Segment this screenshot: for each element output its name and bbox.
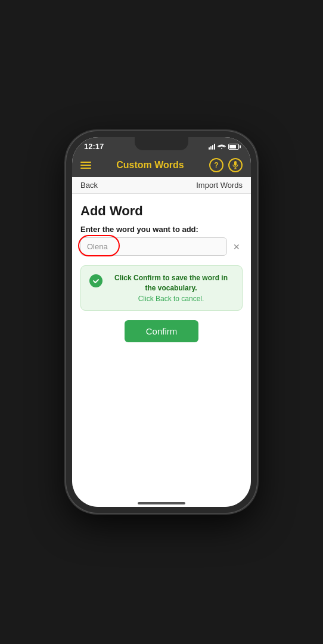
menu-icon[interactable]: [80, 162, 91, 169]
page-heading: Add Word: [80, 203, 243, 219]
status-icons: [209, 143, 239, 150]
word-input-row: ✕: [80, 237, 243, 256]
phone-shell: 12:17: [66, 131, 257, 513]
battery-icon: [228, 144, 239, 150]
success-text-block: Click Confirm to save the word in the vo…: [108, 273, 234, 303]
input-label: Enter the word you want to add:: [80, 225, 243, 234]
phone-screen: 12:17: [72, 137, 251, 507]
wifi-icon: [218, 143, 226, 150]
success-box: Click Confirm to save the word in the vo…: [80, 265, 243, 311]
help-icon[interactable]: ?: [209, 158, 223, 172]
header-right-icons: ?: [209, 158, 243, 172]
home-indicator: [138, 502, 185, 504]
word-input[interactable]: [80, 237, 227, 256]
check-icon: [89, 274, 103, 287]
app-title: Custom Words: [116, 160, 184, 171]
confirm-button[interactable]: Confirm: [125, 320, 199, 342]
word-input-wrapper: [80, 237, 227, 256]
main-content: Add Word Enter the word you want to add:…: [72, 194, 251, 507]
status-time: 12:17: [84, 142, 104, 151]
confirm-btn-wrapper: Confirm: [80, 320, 243, 342]
back-button[interactable]: Back: [80, 181, 98, 190]
svg-rect-0: [234, 161, 237, 166]
import-words-button[interactable]: Import Words: [196, 181, 243, 190]
notch: [135, 137, 188, 150]
signal-icon: [209, 144, 215, 150]
success-secondary-text: Click Back to cancel.: [108, 295, 234, 303]
nav-bar: Back Import Words: [72, 177, 251, 194]
mic-icon[interactable]: [228, 158, 243, 172]
clear-input-button[interactable]: ✕: [231, 240, 243, 254]
success-primary-text: Click Confirm to save the word in the vo…: [108, 273, 234, 293]
app-header: Custom Words ?: [72, 153, 251, 177]
